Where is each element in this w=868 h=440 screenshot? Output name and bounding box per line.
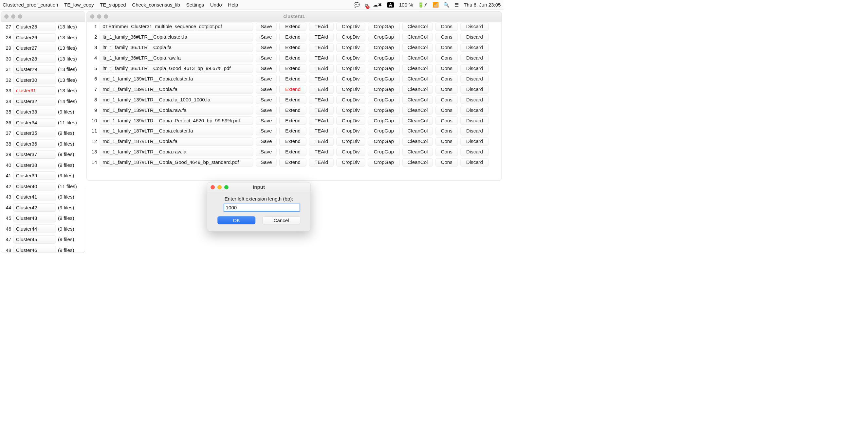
menu-clustered_proof_curation[interactable]: Clustered_proof_curation [3,2,58,8]
extend-button[interactable]: Extend [279,64,306,73]
cropdiv-button[interactable]: CropDiv [336,43,365,52]
cropgap-button[interactable]: CropGap [368,137,399,146]
cons-button[interactable]: Cons [435,148,458,156]
cropgap-button[interactable]: CropGap [368,54,399,62]
extend-button[interactable]: Extend [279,106,306,114]
discard-button[interactable]: Discard [461,33,489,41]
cropdiv-button[interactable]: CropDiv [336,106,365,114]
extend-button[interactable]: Extend [279,158,306,167]
zoom-icon[interactable] [224,185,228,190]
cropgap-button[interactable]: CropGap [368,116,399,125]
ok-button[interactable]: OK [217,216,255,224]
extend-button[interactable]: Extend [279,75,306,83]
save-button[interactable]: Save [256,96,277,104]
cropdiv-button[interactable]: CropDiv [336,33,365,41]
discard-button[interactable]: Discard [461,43,489,52]
file-name-button[interactable]: rnd_1_family_139#LTR__Copia_Perfect_4620… [100,116,253,125]
extend-button[interactable]: Extend [279,85,306,94]
save-button[interactable]: Save [256,33,277,41]
teaid-button[interactable]: TEAid [309,148,334,156]
cluster-button[interactable]: Cluster30 [13,75,56,84]
cluster-button[interactable]: Cluster29 [13,65,56,74]
cluster-button[interactable]: Cluster37 [13,150,56,159]
teaid-button[interactable]: TEAid [309,64,334,73]
cropdiv-button[interactable]: CropDiv [336,23,365,31]
cleancol-button[interactable]: CleanCol [402,33,433,41]
save-button[interactable]: Save [256,43,277,52]
cancel-button[interactable]: Cancel [262,216,300,224]
teaid-button[interactable]: TEAid [309,54,334,62]
cropdiv-button[interactable]: CropDiv [336,137,365,146]
cluster-button[interactable]: Cluster25 [13,23,56,31]
cleancol-button[interactable]: CleanCol [402,96,433,104]
discard-button[interactable]: Discard [461,23,489,31]
extension-length-field[interactable] [224,204,300,212]
cluster-button[interactable]: Cluster41 [13,193,56,201]
teaid-button[interactable]: TEAid [309,75,334,83]
cropdiv-button[interactable]: CropDiv [336,158,365,167]
file-name-button[interactable]: 0TEtrimmer_Cluster31_multiple_sequence_d… [100,23,253,31]
minimize-icon[interactable] [11,14,16,19]
cropdiv-button[interactable]: CropDiv [336,116,365,125]
save-button[interactable]: Save [256,75,277,83]
dropbox-icon[interactable]: ⧈ 3 [365,2,368,8]
cropgap-button[interactable]: CropGap [368,85,399,94]
menu-settings[interactable]: Settings [186,2,204,8]
cluster-button[interactable]: Cluster46 [13,246,56,252]
discard-button[interactable]: Discard [461,137,489,146]
cropdiv-button[interactable]: CropDiv [336,75,365,83]
cons-button[interactable]: Cons [435,127,458,135]
teaid-button[interactable]: TEAid [309,23,334,31]
cons-button[interactable]: Cons [435,137,458,146]
save-button[interactable]: Save [256,85,277,94]
cons-button[interactable]: Cons [435,64,458,73]
control-center-icon[interactable]: ☰ [455,2,459,8]
teaid-button[interactable]: TEAid [309,85,334,94]
input-dialog-titlebar[interactable]: Input [207,182,311,192]
cropdiv-button[interactable]: CropDiv [336,127,365,135]
menu-te_skipped[interactable]: TE_skipped [100,2,126,8]
cons-button[interactable]: Cons [435,43,458,52]
save-button[interactable]: Save [256,116,277,125]
cluster-button[interactable]: Cluster42 [13,203,56,212]
cons-button[interactable]: Cons [435,75,458,83]
cropgap-button[interactable]: CropGap [368,127,399,135]
cleancol-button[interactable]: CleanCol [402,137,433,146]
search-icon[interactable]: 🔍 [443,2,450,8]
save-button[interactable]: Save [256,23,277,31]
file-name-button[interactable]: rnd_1_family_187#LTR__Copia_Good_4649_bp… [100,158,253,167]
extend-button[interactable]: Extend [279,148,306,156]
cloud-sync-error-icon[interactable]: ☁︎✖︎ [373,2,382,8]
cons-button[interactable]: Cons [435,23,458,31]
cropgap-button[interactable]: CropGap [368,64,399,73]
discard-button[interactable]: Discard [461,116,489,125]
cleancol-button[interactable]: CleanCol [402,148,433,156]
teaid-button[interactable]: TEAid [309,137,334,146]
cleancol-button[interactable]: CleanCol [402,158,433,167]
file-name-button[interactable]: ltr_1_family_36#LTR__Copia.raw.fa [100,54,253,62]
cons-button[interactable]: Cons [435,33,458,41]
wifi-icon[interactable]: 📶 [433,2,439,8]
discard-button[interactable]: Discard [461,96,489,104]
discard-button[interactable]: Discard [461,106,489,114]
cluster-button[interactable]: Cluster26 [13,33,56,42]
cleancol-button[interactable]: CleanCol [402,54,433,62]
zoom-icon[interactable] [18,14,22,19]
cluster-button[interactable]: cluster31 [13,87,56,95]
file-list-titlebar[interactable]: cluster31 [87,11,502,21]
save-button[interactable]: Save [256,54,277,62]
file-name-button[interactable]: rnd_1_family_187#LTR__Copia.raw.fa [100,148,253,156]
discard-button[interactable]: Discard [461,148,489,156]
close-icon[interactable] [90,14,95,19]
cropgap-button[interactable]: CropGap [368,33,399,41]
minimize-icon[interactable] [97,14,101,19]
save-button[interactable]: Save [256,64,277,73]
file-name-button[interactable]: rnd_1_family_139#LTR__Copia.cluster.fa [100,75,253,83]
file-name-button[interactable]: ltr_1_family_36#LTR__Copia.cluster.fa [100,33,253,41]
file-name-button[interactable]: ltr_1_family_36#LTR__Copia_Good_4613_bp_… [100,64,253,73]
teaid-button[interactable]: TEAid [309,127,334,135]
menu-help[interactable]: Help [228,2,238,8]
cropgap-button[interactable]: CropGap [368,106,399,114]
menu-te_low_copy[interactable]: TE_low_copy [64,2,94,8]
save-button[interactable]: Save [256,106,277,114]
